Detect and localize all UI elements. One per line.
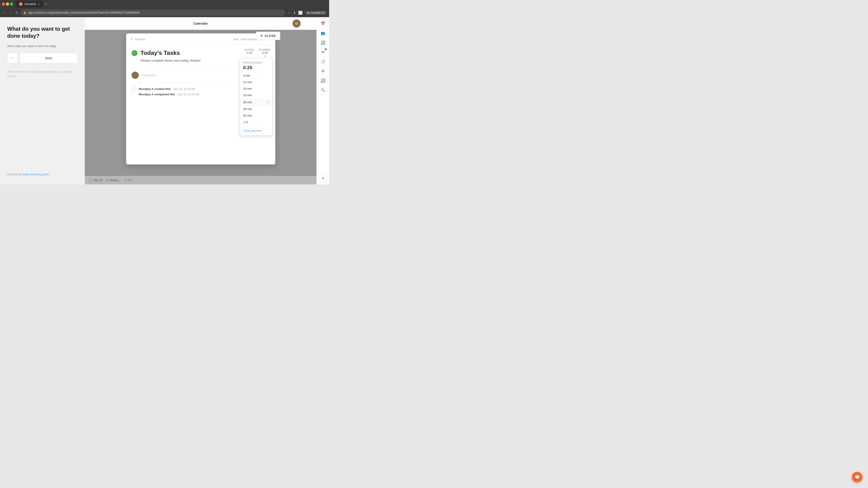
hash-icon: # <box>131 37 133 41</box>
dropdown-15min-label: 15 min <box>243 87 252 90</box>
dropdown-25min-check: ✓ <box>266 100 269 104</box>
notification-badge <box>325 48 327 50</box>
dropdown-10min[interactable]: 10 min <box>240 79 272 86</box>
task-modal: # channel Due Add subtasks ... ✕ ACTUAL <box>126 33 275 164</box>
due-button[interactable]: Due <box>233 37 239 41</box>
dropdown-10min-label: 10 min <box>243 80 252 84</box>
gmail-icon: ✉ <box>321 50 324 54</box>
card-sidebar-icon[interactable]: 🔄 <box>319 38 327 46</box>
dropdown-20min-label: 20 min <box>243 94 252 97</box>
calendar-title: Calendar <box>193 22 208 25</box>
dropdown-30min[interactable]: 30 min <box>240 106 272 112</box>
dropdown-1hr[interactable]: 1 hr <box>240 119 272 125</box>
completed-by: Moodjoy A completed this <box>139 93 175 96</box>
task-title: Today's Tasks <box>141 50 180 57</box>
actual-value: 0:10 <box>245 51 254 55</box>
url-display: app.sunsama.com/group/moodjoy_workspace/… <box>28 11 140 14</box>
planned-time[interactable]: PLANNED 0:25 ▲ <box>259 48 271 57</box>
incognito-icon: 🕵 <box>307 11 310 14</box>
next-button[interactable]: Next <box>20 53 78 63</box>
new-tab-button[interactable]: + <box>45 2 48 7</box>
group-sidebar-icon[interactable]: 👥 <box>319 29 327 37</box>
dropdown-header: Planned (today): <box>240 60 272 65</box>
back-arrow-icon: ← <box>10 56 14 60</box>
nav-back-button[interactable]: ← <box>3 10 7 15</box>
planned-value[interactable]: 0:25 <box>259 51 271 55</box>
extension-icon[interactable]: ⬜ <box>298 11 303 15</box>
created-date: Dec 15, 12:10 AM <box>174 88 195 91</box>
dropdown-20min[interactable]: 20 min <box>240 92 272 98</box>
right-sidebar: 📅 👥 🔄 ✉ 📝 ⚙ 🔄 🔍 + <box>316 17 329 184</box>
hint-prefix: Consult the <box>7 173 23 176</box>
planning-nav: ← Next <box>7 53 78 63</box>
calendar-header: Calendar M <box>85 17 316 30</box>
modal-overlay: # channel Due Add subtasks ... ✕ ACTUAL <box>85 30 316 184</box>
planning-panel: What do you want to get done today? Add … <box>0 17 85 184</box>
tab-favicon: S <box>19 2 23 6</box>
user-avatar: M <box>292 20 301 28</box>
daily-planning-guide-link[interactable]: daily planning guide <box>23 173 49 176</box>
clear-planned-button[interactable]: Clear planned <box>240 127 272 134</box>
dropdown-30min-label: 30 min <box>243 107 252 111</box>
dropdown-15min[interactable]: 15 min <box>240 86 272 92</box>
planning-placeholder-text: What are the most high-impact things you… <box>7 70 78 78</box>
download-icon[interactable]: ⬇ <box>293 11 296 15</box>
browser-tab[interactable]: S Sunsama ✕ <box>16 1 43 7</box>
next-button-label: Next <box>45 56 52 60</box>
task-complete-icon: ✓ <box>131 50 137 56</box>
completed-date: Dec 16, 12:10 AM <box>178 93 199 96</box>
actual-label: ACTUAL <box>245 48 254 51</box>
refresh-sidebar-icon[interactable]: 🔄 <box>319 76 327 85</box>
dropdown-45min-label: 45 min <box>243 114 252 117</box>
window-close-btn[interactable] <box>2 2 5 6</box>
planning-title: What do you want to get done today? <box>7 25 78 39</box>
nav-forward-button[interactable]: → <box>9 10 13 15</box>
tab-title: Sunsama <box>24 2 36 6</box>
content-area: Calendar M ✕ CLOSE # channel Due Add sub… <box>85 17 316 184</box>
created-by: Moodjoy A created this <box>139 87 171 91</box>
tab-close-icon[interactable]: ✕ <box>38 3 40 6</box>
window-minimize-btn[interactable] <box>6 2 9 6</box>
window-maximize-btn[interactable] <box>10 2 13 6</box>
dropdown-divider <box>240 126 272 127</box>
incognito-badge[interactable]: 🕵 Incognito (2) <box>305 11 327 15</box>
incognito-label: Incognito (2) <box>311 11 324 14</box>
planned-label: PLANNED <box>259 48 271 51</box>
calendar-sidebar-icon[interactable]: 📅 <box>319 20 327 28</box>
comment-placeholder[interactable]: Comment... <box>142 73 158 77</box>
dropdown-1hr-label: 1 hr <box>243 121 248 124</box>
gmail-sidebar-icon[interactable]: ✉ <box>319 48 327 56</box>
history-text: Moodjoy A created this Dec 15, 12:10 AM … <box>139 86 199 97</box>
planned-expand-arrow[interactable]: ▲ <box>259 55 271 57</box>
add-integration-button[interactable]: + <box>319 174 327 182</box>
time-dropdown: Planned (today): 0:25 5 min 10 min 15 mi… <box>240 58 273 135</box>
channel-label: channel <box>135 37 145 41</box>
close-x-icon: ✕ <box>260 34 263 37</box>
planning-hint: Consult the daily planning guide <box>7 172 78 176</box>
dropdown-25min-label: 25 min <box>243 101 252 104</box>
lock-icon: 🔒 <box>23 11 26 14</box>
modal-header: # channel Due Add subtasks ... ✕ <box>126 33 275 45</box>
address-bar[interactable]: 🔒 app.sunsama.com/group/moodjoy_workspac… <box>21 9 285 16</box>
settings-sidebar-icon[interactable]: ⚙ <box>319 67 327 75</box>
search-sidebar-icon[interactable]: 🔍 <box>319 86 327 94</box>
notes-sidebar-icon[interactable]: 📝 <box>319 57 327 66</box>
modal-body: ACTUAL 0:10 PLANNED 0:25 ▲ ✓ Today's Tas… <box>126 45 275 105</box>
actual-time: ACTUAL 0:10 <box>245 48 254 55</box>
time-stats: ACTUAL 0:10 PLANNED 0:25 ▲ <box>245 48 271 57</box>
dropdown-25min[interactable]: 25 min ✓ <box>240 98 272 106</box>
bookmark-icon[interactable]: ☆ <box>287 11 291 15</box>
nav-refresh-button[interactable]: ↻ <box>16 11 18 15</box>
dropdown-5min-label: 5 min <box>243 74 250 77</box>
close-button-label: CLOSE <box>265 34 276 37</box>
dropdown-5min[interactable]: 5 min <box>240 72 272 79</box>
history-icon: ≡ <box>131 87 136 91</box>
back-button[interactable]: ← <box>7 53 18 63</box>
planning-subtitle: Add a task you want to work on today. <box>7 44 78 48</box>
comment-avatar <box>131 72 139 79</box>
close-button[interactable]: ✕ CLOSE <box>256 32 280 40</box>
dropdown-current-value: 0:25 <box>240 65 272 72</box>
dropdown-45min[interactable]: 45 min <box>240 112 272 119</box>
